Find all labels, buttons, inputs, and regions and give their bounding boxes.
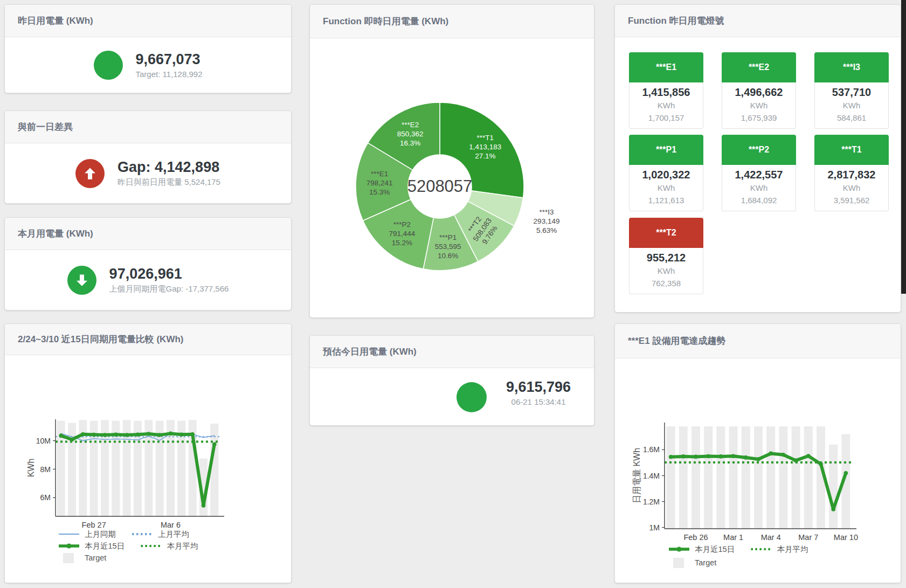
light-tile-E2: ***E21,496,662KWh1,675,939 — [722, 52, 796, 129]
tile-body: 955,212KWh762,358 — [629, 248, 703, 294]
tile-target: 762,358 — [630, 277, 703, 289]
compare-chart: 6M8M10MFeb 27Mar 6KWh上月同期上月平均本月近15日本月平均T… — [5, 355, 291, 583]
tile-body: 1,422,557KWh1,684,092 — [722, 165, 796, 211]
legend-label[interactable]: 本月平均 — [167, 542, 198, 550]
x-tick-label: Mar 10 — [834, 533, 858, 542]
target-bar — [779, 426, 787, 529]
tile-body: 537,710KWh584,861 — [814, 82, 889, 129]
tile-unit: KWh — [722, 100, 796, 112]
series-point — [103, 433, 107, 437]
arrow-down-icon — [67, 266, 96, 295]
series-point — [157, 433, 162, 437]
series-point — [179, 433, 184, 437]
legend-label[interactable]: 上月同期 — [85, 530, 116, 538]
tile-target: 1,121,613 — [630, 194, 703, 206]
tile-unit: KWh — [815, 182, 888, 194]
tile-value: 955,212 — [630, 250, 703, 265]
target-bar — [667, 426, 675, 529]
legend-swatch-box[interactable] — [63, 553, 74, 563]
legend-label[interactable]: 本月近15日 — [85, 542, 125, 550]
card-lights-title: Function 昨日用電燈號 — [628, 15, 724, 27]
tile-unit: KWh — [722, 182, 796, 194]
tile-target: 1,700,157 — [630, 112, 703, 124]
series-point — [59, 434, 63, 438]
tile-body: 2,817,832KWh3,591,562 — [814, 165, 889, 211]
tile-value: 1,422,557 — [722, 167, 796, 182]
y-tick-label: 1.2M — [643, 497, 660, 506]
y-tick-label: 1.4M — [643, 472, 660, 480]
y-tick-label: 1M — [649, 523, 660, 532]
tile-value: 537,710 — [815, 85, 888, 100]
legend-label[interactable]: Target — [85, 554, 106, 562]
series-point — [125, 433, 129, 437]
tile-value: 2,817,832 — [815, 167, 888, 182]
yesterday-target-label: Target: 11,128,992 — [136, 70, 203, 79]
series-point — [114, 433, 118, 437]
legend-label[interactable]: 上月平均 — [158, 530, 189, 538]
card-estimate-body: 9,615,796 06-21 15:34:41 — [310, 368, 594, 426]
tile-unit: KWh — [815, 100, 888, 112]
tile-unit: KWh — [630, 182, 703, 194]
lights-row: ***T2955,212KWh762,358 — [629, 218, 703, 294]
legend-label[interactable]: 本月近15日 — [695, 545, 735, 554]
card-compare-header: 2/24~3/10 近15日同期用電量比較 (KWh) — [5, 324, 291, 355]
legend-swatch-dot — [67, 544, 72, 549]
series-point — [794, 459, 798, 463]
legend-swatch-box[interactable] — [673, 558, 684, 568]
target-bar — [704, 426, 713, 529]
card-month-body: 97,026,961 上個月同期用電Gap: -17,377,566 — [5, 250, 291, 310]
x-tick-label: Feb 26 — [683, 533, 708, 542]
series-point — [81, 432, 85, 437]
card-donut-header: Function 即時日用電量 (KWh) — [310, 5, 594, 38]
series-point — [844, 471, 848, 475]
tile-body: 1,020,322KWh1,121,613 — [629, 165, 703, 211]
series-point — [831, 507, 835, 511]
series-point — [147, 432, 151, 436]
card-compare-chart: 2/24~3/10 近15日同期用電量比較 (KWh) 6M8M10MFeb 2… — [4, 323, 292, 583]
series-point — [136, 433, 140, 437]
series-point — [694, 455, 698, 459]
lights-row: ***P11,020,322KWh1,121,613***P21,422,557… — [629, 135, 889, 211]
tile-label: ***T1 — [814, 135, 889, 165]
card-yesterday-title: 昨日用電量 (KWh) — [18, 15, 93, 27]
lights-row: ***E11,415,856KWh1,700,157***E21,496,662… — [629, 52, 889, 129]
card-month-header: 本月用電量 (KWh) — [5, 218, 291, 250]
target-bar — [716, 426, 725, 529]
legend-label[interactable]: Target — [695, 558, 716, 567]
card-estimate-header: 預估今日用電量 (KWh) — [310, 336, 594, 368]
tile-label: ***E2 — [722, 52, 796, 82]
card-day-gap-header: 與前一日差異 — [5, 111, 291, 143]
legend-label[interactable]: 本月平均 — [777, 545, 808, 554]
card-yesterday-usage: 昨日用電量 (KWh) 9,667,073 Target: 11,128,992 — [4, 4, 292, 93]
card-month-usage: 本月用電量 (KWh) 97,026,961 上個月同期用電Gap: -17,3… — [4, 217, 292, 310]
light-tile-P2: ***P21,422,557KWh1,684,092 — [722, 135, 796, 211]
x-tick-label: Mar 6 — [161, 521, 181, 529]
tile-body: 1,415,856KWh1,700,157 — [629, 82, 703, 129]
tile-label: ***P1 — [629, 135, 703, 165]
tile-body: 1,496,662KWh1,675,939 — [722, 82, 796, 129]
series-point — [806, 454, 811, 458]
x-tick-label: Feb 27 — [82, 521, 106, 529]
card-day-gap-title: 與前一日差異 — [18, 121, 73, 133]
series-point — [92, 433, 96, 437]
tile-value: 1,415,856 — [630, 85, 703, 100]
month-gap-subtitle: 上個月同期用電Gap: -17,377,566 — [109, 284, 229, 294]
light-tile-T1: ***T12,817,832KWh3,591,562 — [814, 135, 889, 211]
target-bar — [804, 426, 813, 529]
tile-target: 3,591,562 — [815, 194, 888, 206]
card-trend-header: ***E1 設備用電達成趨勢 — [615, 324, 901, 358]
series-point — [169, 432, 173, 436]
series-point — [756, 457, 760, 461]
series-point — [731, 454, 736, 458]
target-bar — [766, 426, 775, 529]
series-point — [669, 455, 673, 459]
realtime-donut-chart: ***T11,413,18327.1%***I3293,1495.63%***T… — [310, 38, 594, 317]
tile-label: ***E1 — [629, 52, 703, 82]
scrollbar[interactable] — [901, 0, 906, 294]
card-day-gap: 與前一日差異 Gap: 4,142,898 昨日與前日用電量 5,524,175 — [4, 110, 292, 204]
card-day-gap-body: Gap: 4,142,898 昨日與前日用電量 5,524,175 — [5, 143, 291, 203]
series-point — [190, 432, 195, 437]
card-lights-header: Function 昨日用電燈號 — [615, 5, 901, 37]
series-point — [212, 442, 217, 447]
light-tile-I3: ***I3537,710KWh584,861 — [814, 52, 889, 129]
